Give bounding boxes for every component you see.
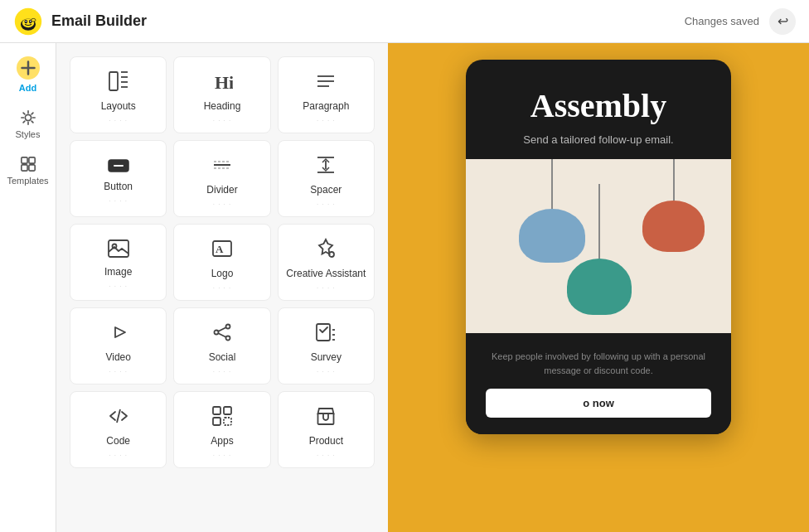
changes-saved-label: Changes saved — [685, 15, 759, 27]
svg-rect-12 — [28, 165, 34, 171]
red-lamp-shade — [642, 201, 705, 252]
heading-icon: Hi — [211, 70, 233, 95]
social-icon — [211, 322, 233, 346]
red-lamp-wire — [673, 159, 675, 201]
sidebar-add-label: Add — [19, 83, 36, 93]
product-label: Product — [309, 435, 343, 447]
svg-point-34 — [329, 252, 334, 257]
email-subtitle: Send a tailored follow-up email. — [486, 133, 711, 146]
image-label: Image — [104, 266, 132, 278]
paragraph-icon — [315, 70, 337, 95]
svg-rect-45 — [213, 407, 220, 414]
grid-item-heading[interactable]: Hi Heading · · · · — [173, 56, 270, 133]
svg-rect-10 — [28, 157, 34, 163]
sidebar-item-add[interactable]: Add — [3, 50, 53, 99]
svg-text:Hi: Hi — [215, 72, 233, 92]
code-dots: · · · · — [109, 452, 128, 459]
apps-icon — [211, 405, 233, 430]
layouts-dots: · · · · — [109, 117, 128, 124]
email-footer-section: Keep people involved by following up wit… — [466, 333, 731, 434]
divider-label: Divider — [206, 184, 237, 196]
lamps-container — [466, 159, 731, 333]
grid-item-image[interactable]: Image · · · · — [70, 224, 167, 301]
grid-item-video[interactable]: Video · · · · — [70, 307, 167, 384]
top-bar: Email Builder Changes saved ↩ — [0, 0, 809, 43]
app-title: Email Builder — [51, 12, 147, 30]
sidebar-item-templates[interactable]: Templates — [3, 149, 53, 192]
paragraph-label: Paragraph — [303, 100, 349, 112]
sidebar-styles-label: Styles — [16, 129, 41, 139]
product-icon — [315, 405, 337, 430]
logo-dots: · · · · — [213, 284, 232, 292]
blue-lamp-wire — [551, 159, 553, 209]
video-dots: · · · · — [109, 368, 128, 375]
svg-point-8 — [25, 114, 31, 120]
sidebar-item-styles[interactable]: Styles — [3, 103, 53, 146]
grid-item-creative-assistant[interactable]: Creative Assistant · · · · — [278, 224, 375, 301]
svg-point-37 — [225, 336, 230, 341]
add-circle-icon — [17, 56, 40, 80]
content-panel: Layouts · · · · Hi Heading · · · · — [56, 43, 388, 532]
spacer-icon — [315, 154, 337, 179]
grid-item-product[interactable]: Product · · · · — [278, 391, 375, 468]
button-label: Button — [104, 181, 133, 192]
spacer-label: Spacer — [310, 184, 342, 196]
code-label: Code — [106, 435, 130, 447]
survey-label: Survey — [311, 351, 342, 363]
grid-item-button[interactable]: Button · · · · — [70, 140, 167, 217]
svg-rect-48 — [224, 418, 231, 425]
svg-rect-13 — [109, 72, 118, 90]
svg-point-5 — [26, 20, 27, 22]
top-bar-left: Email Builder — [13, 7, 147, 36]
styles-icon — [20, 109, 36, 126]
grid-item-spacer[interactable]: Spacer · · · · — [278, 140, 375, 217]
logo-icon: A — [211, 238, 233, 263]
button-icon — [108, 157, 129, 176]
email-preview: Assembly Send a tailored follow-up email… — [466, 60, 731, 434]
mailchimp-logo-icon — [13, 7, 43, 36]
teal-lamp — [567, 184, 632, 315]
email-footer-text: Keep people involved by following up wit… — [486, 350, 711, 377]
grid-item-social[interactable]: Social · · · · — [173, 307, 270, 384]
email-image-section — [466, 159, 731, 333]
svg-line-38 — [218, 328, 225, 332]
video-icon — [108, 322, 129, 346]
creative-assistant-label: Creative Assistant — [286, 268, 366, 279]
icon-sidebar: Add Styles Templates — [0, 43, 56, 532]
grid-item-paragraph[interactable]: Paragraph · · · · — [278, 56, 375, 133]
grid-item-layouts[interactable]: Layouts · · · · — [70, 56, 167, 133]
video-label: Video — [105, 351, 130, 363]
image-dots: · · · · — [109, 283, 128, 290]
svg-line-39 — [218, 334, 225, 338]
svg-rect-11 — [21, 165, 27, 171]
undo-button[interactable]: ↩ — [769, 8, 796, 35]
svg-rect-46 — [224, 407, 231, 414]
grid-item-code[interactable]: Code · · · · — [70, 391, 167, 468]
grid-item-logo[interactable]: A Logo · · · · — [173, 224, 270, 301]
grid-item-apps[interactable]: Apps · · · · — [173, 391, 270, 468]
button-dots: · · · · — [109, 197, 128, 205]
teal-lamp-shade — [567, 259, 632, 315]
code-icon — [108, 405, 129, 430]
preview-area: Assembly Send a tailored follow-up email… — [388, 43, 809, 532]
grid-item-survey[interactable]: Survey · · · · — [278, 307, 375, 384]
teal-lamp-wire — [598, 184, 600, 259]
spacer-dots: · · · · — [317, 201, 336, 208]
heading-label: Heading — [204, 100, 241, 112]
layouts-label: Layouts — [101, 100, 136, 112]
grid-item-divider[interactable]: Divider · · · · — [173, 140, 270, 217]
content-grid: Layouts · · · · Hi Heading · · · · — [70, 56, 375, 468]
svg-point-6 — [30, 20, 31, 22]
svg-text:A: A — [216, 243, 224, 255]
logo-label: Logo — [211, 268, 234, 279]
creative-assistant-icon — [315, 238, 337, 263]
email-header-section: Assembly Send a tailored follow-up email… — [466, 60, 731, 159]
templates-icon — [20, 156, 36, 172]
paragraph-dots: · · · · — [317, 117, 336, 124]
heading-dots: · · · · — [213, 117, 232, 124]
red-lamp — [642, 159, 705, 252]
email-cta-button[interactable]: o now — [486, 389, 711, 418]
survey-icon — [315, 322, 337, 346]
svg-point-7 — [31, 18, 36, 22]
top-bar-right: Changes saved ↩ — [685, 8, 796, 35]
